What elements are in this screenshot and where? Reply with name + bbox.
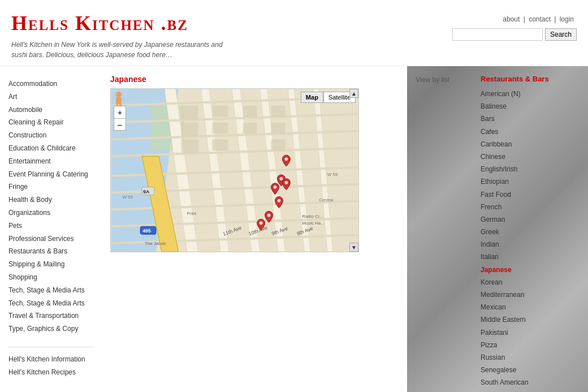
right-panel-link[interactable]: Pakistani (481, 326, 582, 339)
right-panel-link[interactable]: American (N) (481, 88, 582, 100)
right-panel-link[interactable]: French (481, 201, 582, 213)
right-panel-link[interactable]: Japanese (481, 264, 582, 276)
map-type-buttons: Map Satellite (301, 92, 356, 103)
sidebar-category-link[interactable]: Accommodation (8, 77, 93, 91)
contact-link[interactable]: contact (529, 15, 551, 23)
right-panel-link[interactable]: German (481, 213, 582, 226)
title-main: Hells Kitchen (11, 12, 155, 35)
sidebar-extra-link[interactable]: Hell's Kitchen Information (8, 353, 93, 366)
search-bar: Search (452, 28, 577, 41)
header: Hells Kitchen .bz Hell's Kitchen in New … (0, 0, 588, 66)
svg-point-57 (274, 186, 277, 189)
right-panel-links: American (N)BalineseBarsCafesCaribbeanCh… (481, 88, 582, 392)
map-scroll-down[interactable]: ▼ (349, 243, 358, 252)
right-panel-link[interactable]: Bars (481, 113, 582, 125)
map-zoom-controls: + – (114, 106, 126, 131)
svg-text:W 59: W 59 (327, 172, 338, 177)
svg-rect-25 (181, 139, 198, 153)
svg-rect-32 (271, 123, 286, 134)
sidebar-category-link[interactable]: Event Planning & Catering (8, 168, 93, 181)
svg-point-58 (277, 199, 280, 203)
sidebar-category-link[interactable]: Art (8, 91, 93, 104)
sidebar-category-link[interactable]: Shopping (8, 271, 93, 284)
svg-rect-23 (181, 106, 198, 120)
search-button[interactable]: Search (545, 28, 577, 41)
content-title: Japanese (110, 75, 466, 84)
svg-text:9A: 9A (143, 189, 150, 195)
right-panel-link[interactable]: Russian (481, 351, 582, 364)
right-panel-link[interactable]: Caribbean (481, 138, 582, 150)
right-panel-link[interactable]: Greek (481, 226, 582, 238)
sidebar-category-link[interactable]: Organizations (8, 206, 93, 219)
sidebar-category-link[interactable]: Travel & Transportation (8, 309, 93, 322)
right-panel-link[interactable]: Middle Eastern (481, 313, 582, 326)
sidebar-category-link[interactable]: Professional Services (8, 232, 93, 245)
right-panel-link[interactable]: Chinese (481, 150, 582, 163)
sidebar-extra-link[interactable]: Hell's Kitchen Recipes (8, 366, 93, 379)
page-wrapper: Hells Kitchen .bz Hell's Kitchen in New … (0, 0, 588, 392)
sidebar-category-link[interactable]: Tech, Stage & Media Arts (8, 284, 93, 297)
svg-text:W 59: W 59 (122, 195, 133, 200)
svg-point-60 (260, 221, 263, 225)
sidebar-category-link[interactable]: Construction (8, 129, 93, 142)
svg-rect-30 (243, 123, 257, 134)
sidebar-category-link[interactable]: Cleaning & Repair (8, 116, 93, 129)
right-panel-link[interactable]: Balinese (481, 100, 582, 113)
svg-text:495: 495 (142, 228, 151, 234)
right-panel-title: Restaurants & Bars (481, 75, 582, 83)
view-by-list-link[interactable]: View by list (416, 76, 449, 84)
map-scroll-up[interactable]: ▲ (349, 89, 358, 98)
title-dot: .bz (161, 12, 188, 35)
svg-point-59 (267, 213, 271, 217)
sidebar-extras: Hell's Kitchen InformationHell's Kitchen… (8, 347, 93, 379)
svg-point-54 (284, 157, 288, 161)
sidebar-category-link[interactable]: Health & Body (8, 193, 93, 206)
svg-rect-31 (271, 106, 286, 117)
main-layout: AccommodationArtAutomobileCleaning & Rep… (0, 66, 588, 392)
svg-rect-28 (212, 139, 228, 150)
right-panel-link[interactable]: Pizza (481, 339, 582, 351)
right-panel-link[interactable]: Korean (481, 276, 582, 288)
search-input[interactable] (452, 28, 543, 41)
svg-point-0 (116, 92, 122, 97)
zoom-in-button[interactable]: + (114, 106, 126, 118)
svg-text:Print: Print (187, 211, 197, 216)
about-link[interactable]: about (503, 15, 520, 23)
sidebar-category-link[interactable]: Tech, Stage & Media Arts (8, 297, 93, 310)
sidebar-category-link[interactable]: Entertainment (8, 155, 93, 168)
zoom-out-button[interactable]: – (114, 118, 126, 131)
map-button[interactable]: Map (301, 92, 323, 103)
sidebar-category-link[interactable]: Pets (8, 219, 93, 232)
svg-rect-1 (116, 97, 122, 104)
right-panel-link[interactable]: Indian (481, 238, 582, 251)
map-container: Map Satellite + – ▲ ▼ (110, 88, 359, 252)
top-nav: about | contact | login (500, 14, 577, 24)
right-panel-link[interactable]: Italian (481, 251, 582, 263)
svg-rect-26 (212, 106, 228, 117)
svg-rect-29 (243, 106, 257, 117)
right-panel-link[interactable]: Mexican (481, 301, 582, 313)
right-panel-link[interactable]: South American (481, 376, 582, 389)
sidebar-category-link[interactable]: Automobile (8, 104, 93, 117)
right-panel-link[interactable]: Senegalese (481, 364, 582, 376)
sidebar-category-link[interactable]: Shipping & Mailing (8, 258, 93, 271)
right-panel-link[interactable]: Spanish (481, 389, 582, 393)
site-title-text: Hells Kitchen .bz (11, 12, 188, 35)
sidebar-categories: AccommodationArtAutomobileCleaning & Rep… (8, 77, 93, 335)
login-link[interactable]: login (560, 15, 574, 23)
right-panel-link[interactable]: Ethiopian (481, 175, 582, 188)
sidebar-category-link[interactable]: Type, Graphics & Copy (8, 322, 93, 335)
sidebar-category-link[interactable]: Restaurants & Bars (8, 245, 93, 258)
site-description: Hell's Kitchen in New York is well-serve… (11, 40, 237, 60)
svg-point-55 (279, 177, 283, 180)
right-panel-link[interactable]: Fast Food (481, 188, 582, 201)
svg-rect-27 (212, 123, 228, 134)
svg-text:Central: Central (319, 197, 334, 203)
sidebar-category-link[interactable]: Fringe (8, 180, 93, 193)
right-panel-link[interactable]: Mediterranean (481, 288, 582, 301)
right-panel-link[interactable]: English/Irish (481, 163, 582, 175)
main-content: Japanese View by list (102, 72, 475, 392)
sidebar-category-link[interactable]: Education & Childcare (8, 142, 93, 155)
svg-point-56 (284, 181, 288, 184)
right-panel-link[interactable]: Cafes (481, 126, 582, 138)
